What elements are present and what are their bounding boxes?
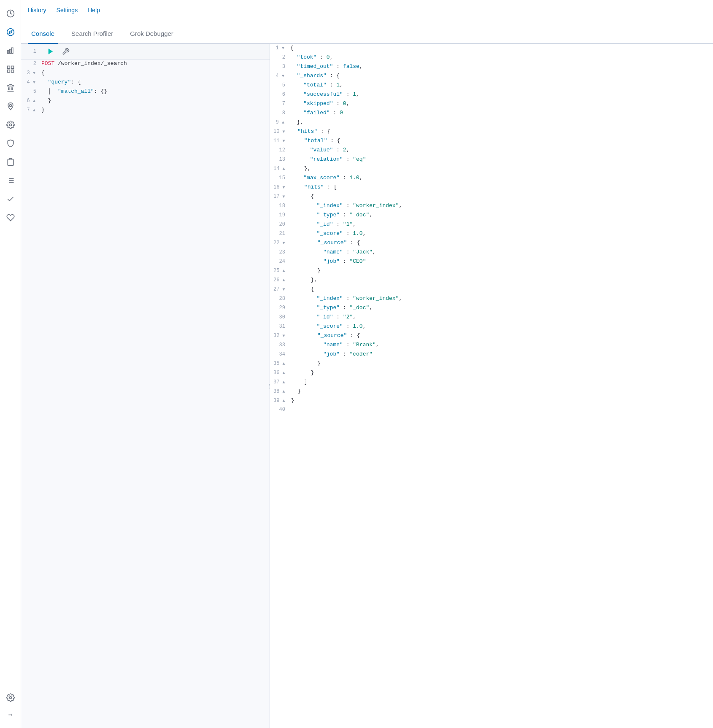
code-line: 17 ▼ { xyxy=(270,192,713,202)
code-line: 24 "job" : "CEO" xyxy=(270,257,713,267)
tab-bar: Console Search Profiler Grok Debugger xyxy=(21,20,713,44)
code-line: 4 ▼ "_shards" : { xyxy=(270,72,713,81)
line-num-toolbar: 1 xyxy=(24,49,36,54)
svg-point-17 xyxy=(9,124,11,126)
code-line: 37 ▲ ] xyxy=(270,378,713,387)
svg-point-25 xyxy=(9,697,11,699)
code-line: 7 "skipped" : 0, xyxy=(270,100,713,109)
editor-toolbar: 1 xyxy=(21,44,270,59)
editor-area: 1 2 POST /worker_index/_search 3 ▼ xyxy=(21,44,713,728)
code-line: 12 "value" : 2, xyxy=(270,146,713,155)
svg-point-16 xyxy=(9,105,11,107)
code-line: 22 ▼ "_source" : { xyxy=(270,239,713,248)
gear-icon[interactable] xyxy=(3,690,18,705)
code-line: 40 xyxy=(270,406,713,415)
clipboard-icon[interactable] xyxy=(3,154,18,170)
code-line: 31 "_score" : 1.0, xyxy=(270,322,713,332)
svg-rect-3 xyxy=(7,51,8,54)
wrench-button[interactable] xyxy=(60,46,72,57)
code-line: 3 ▼ { xyxy=(21,69,270,78)
code-line: 8 "failed" : 0 xyxy=(270,109,713,118)
svg-rect-8 xyxy=(7,70,10,73)
svg-point-1 xyxy=(7,29,14,36)
grid-icon[interactable] xyxy=(3,62,18,77)
code-line: 30 "_id" : "2", xyxy=(270,313,713,322)
svg-rect-5 xyxy=(11,48,13,53)
arrow-right-icon[interactable]: ⇒ xyxy=(3,707,18,722)
svg-rect-6 xyxy=(7,66,10,69)
code-line: 3 "timed_out" : false, xyxy=(270,62,713,72)
history-nav[interactable]: History xyxy=(28,7,46,13)
code-line: 6 "successful" : 1, xyxy=(270,90,713,100)
code-line: 25 ▲ } xyxy=(270,267,713,276)
run-button[interactable] xyxy=(45,46,57,57)
svg-rect-7 xyxy=(11,66,14,69)
svg-rect-4 xyxy=(9,49,11,54)
settings-nav[interactable]: Settings xyxy=(57,7,78,13)
code-line: 6 ▲ } xyxy=(21,97,270,106)
request-editor: 1 2 POST /worker_index/_search 3 ▼ xyxy=(21,44,270,728)
maps-icon[interactable] xyxy=(3,99,18,114)
shield-icon[interactable] xyxy=(3,136,18,151)
code-line: 1 ▼ { xyxy=(270,44,713,53)
code-line: 19 "_type" : "_doc", xyxy=(270,211,713,220)
code-line: 13 "relation" : "eq" xyxy=(270,155,713,164)
code-line: 23 "name" : "Jack", xyxy=(270,248,713,257)
svg-marker-26 xyxy=(49,49,53,54)
code-line: 34 "job" : "coder" xyxy=(270,350,713,359)
svg-marker-15 xyxy=(7,84,14,86)
code-line: 38 ▲ } xyxy=(270,387,713,396)
code-line: 29 "_type" : "_doc", xyxy=(270,304,713,313)
bar-chart-icon[interactable] xyxy=(3,43,18,58)
svg-rect-18 xyxy=(9,159,12,160)
code-line: 32 ▼ "_source" : { xyxy=(270,332,713,341)
tab-console[interactable]: Console xyxy=(28,30,58,44)
code-line: 27 ▼ { xyxy=(270,285,713,294)
code-line: 9 ▲ }, xyxy=(270,118,713,127)
tab-search-profiler[interactable]: Search Profiler xyxy=(68,30,116,44)
code-line: 5 "total" : 1, xyxy=(270,81,713,90)
code-line: 2 "took" : 0, xyxy=(270,53,713,62)
tab-grok-debugger[interactable]: Grok Debugger xyxy=(127,30,177,44)
request-code[interactable]: 2 POST /worker_index/_search 3 ▼ { 4 ▼ "… xyxy=(21,59,270,728)
code-line: 33 "name" : "Brank", xyxy=(270,341,713,350)
code-line: 2 POST /worker_index/_search xyxy=(21,59,270,69)
code-line: 21 "_score" : 1.0, xyxy=(270,229,713,239)
response-editor: 1 ▼ { 2 "took" : 0, 3 "timed_out" : fals… xyxy=(270,44,713,728)
code-line: 39 ▲ } xyxy=(270,396,713,406)
code-line: 15 "max_score" : 1.0, xyxy=(270,174,713,183)
cog-icon[interactable] xyxy=(3,117,18,132)
code-line: 28 "_index" : "worker_index", xyxy=(270,294,713,304)
code-line: 35 ▲ } xyxy=(270,359,713,369)
code-line: 26 ▲ }, xyxy=(270,276,713,285)
clock-icon[interactable] xyxy=(3,6,18,21)
code-line: 20 "_id" : "1", xyxy=(270,220,713,229)
code-line: 11 ▼ "total" : { xyxy=(270,137,713,146)
code-line: 4 ▼ "query": { xyxy=(21,78,270,87)
help-nav[interactable]: Help xyxy=(88,7,100,13)
code-line: 5 │ "match_all": {} xyxy=(21,87,270,97)
list-icon[interactable] xyxy=(3,173,18,188)
code-line: 14 ▲ }, xyxy=(270,164,713,174)
svg-rect-9 xyxy=(11,70,14,73)
resize-handle[interactable]: ⋮ xyxy=(267,377,270,394)
code-line: 36 ▲ } xyxy=(270,369,713,378)
code-line: 7 ▲ } xyxy=(21,106,270,115)
bank-icon[interactable] xyxy=(3,80,18,95)
heart-icon[interactable] xyxy=(3,210,18,225)
top-nav: History Settings Help xyxy=(21,0,713,20)
compass-icon[interactable] xyxy=(3,24,18,40)
code-line: 18 "_index" : "worker_index", xyxy=(270,202,713,211)
main-content: History Settings Help Console Search Pro… xyxy=(21,0,713,728)
check-circle-icon[interactable] xyxy=(3,191,18,207)
response-code: 1 ▼ { 2 "took" : 0, 3 "timed_out" : fals… xyxy=(270,44,713,728)
code-line: 16 ▼ "hits" : [ xyxy=(270,183,713,192)
code-line: 10 ▼ "hits" : { xyxy=(270,127,713,137)
svg-marker-2 xyxy=(9,30,12,33)
sidebar: ⇒ xyxy=(0,0,21,728)
